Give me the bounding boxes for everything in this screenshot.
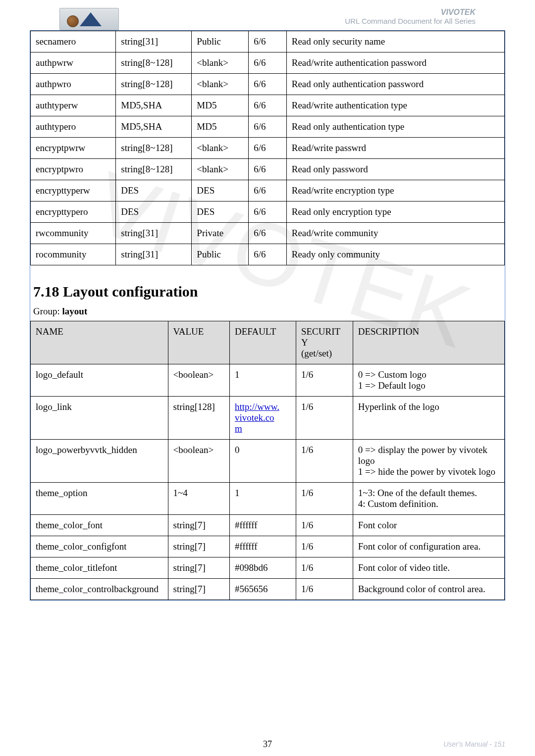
table-row: logo_linkstring[128]http://www.vivotek.c…: [31, 397, 505, 440]
table-row: authpwrwstring[8~128]<blank>6/6Read/writ…: [31, 52, 505, 74]
table-cell: Read only authentication password: [286, 74, 504, 95]
hyperlink[interactable]: vivotek.co: [235, 412, 274, 423]
cell-name: theme_color_controlbackground: [31, 579, 168, 600]
table-cell: Public: [192, 244, 249, 265]
cell-default: #098bd6: [229, 557, 296, 579]
table-cell: Read/write encryption type: [286, 180, 504, 202]
table-row: authtyperwMD5,SHAMD56/6Read/write authen…: [31, 95, 505, 116]
table-cell: Read only password: [286, 159, 504, 180]
cell-value: string[7]: [168, 579, 229, 600]
brand-name: VIVOTEK: [345, 8, 476, 17]
table-row: theme_color_titlefontstring[7]#098bd61/6…: [31, 557, 505, 579]
table-cell: Read only security name: [286, 31, 504, 52]
table-cell: 6/6: [249, 159, 287, 180]
table-cell: encryptpwro: [31, 159, 116, 180]
table-cell: rwcommunity: [31, 223, 116, 244]
table-cell: 6/6: [249, 116, 287, 138]
hyperlink[interactable]: http://www.: [235, 402, 279, 412]
cell-security: 1/6: [296, 364, 353, 397]
cell-description: Font color: [353, 515, 504, 536]
table-cell: Read only authentication type: [286, 116, 504, 138]
table-cell: Read/write community: [286, 223, 504, 244]
table-cell: Read/write authentication type: [286, 95, 504, 116]
cell-default: #ffffff: [229, 536, 296, 557]
cell-default: 1: [229, 364, 296, 397]
cell-security: 1/6: [296, 397, 353, 440]
table-row: secnamerostring[31]Public6/6Read only se…: [31, 31, 505, 52]
col-security: SECURITY(get/set): [296, 321, 353, 364]
table-row: rocommunitystring[31]Public6/6Ready only…: [31, 244, 505, 265]
cell-description: Font color of configuration area.: [353, 536, 504, 557]
manual-ref: User's Manual - 151: [443, 740, 505, 748]
table-cell: Read/write authentication password: [286, 52, 504, 74]
cell-default: 1: [229, 483, 296, 515]
col-value: VALUE: [168, 321, 229, 364]
table-row: rwcommunitystring[31]Private6/6Read/writ…: [31, 223, 505, 244]
cell-name: logo_link: [31, 397, 168, 440]
table-cell: 6/6: [249, 95, 287, 116]
cell-value: <boolean>: [168, 440, 229, 483]
params-table-2: NAME VALUE DEFAULT SECURITY(get/set) DES…: [30, 321, 505, 600]
cell-name: theme_color_font: [31, 515, 168, 536]
cell-value: <boolean>: [168, 364, 229, 397]
cell-name: theme_option: [31, 483, 168, 515]
cell-default: #ffffff: [229, 515, 296, 536]
table-cell: <blank>: [192, 52, 249, 74]
cell-name: theme_color_titlefont: [31, 557, 168, 579]
table-cell: DES: [192, 202, 249, 223]
cell-description: 0 => Custom logo1 => Default logo: [353, 364, 504, 397]
table-row: theme_option1~411/61~3: One of the defau…: [31, 483, 505, 515]
col-name: NAME: [31, 321, 168, 364]
cell-security: 1/6: [296, 579, 353, 600]
params-table-1: secnamerostring[31]Public6/6Read only se…: [30, 31, 505, 265]
cell-default: http://www.vivotek.com: [229, 397, 296, 440]
table-cell: <blank>: [192, 138, 249, 159]
brand-logo: [59, 8, 119, 30]
table-cell: DES: [192, 180, 249, 202]
group-name: layout: [62, 306, 88, 316]
table-cell: Read/write passwrd: [286, 138, 504, 159]
table-row: logo_powerbyvvtk_hidden<boolean>01/60 =>…: [31, 440, 505, 483]
cell-value: string[7]: [168, 536, 229, 557]
table-cell: 6/6: [249, 180, 287, 202]
section-heading: 7.18 Layout configuration: [33, 283, 502, 300]
table-cell: 6/6: [249, 74, 287, 95]
cell-default: #565656: [229, 579, 296, 600]
cell-name: logo_powerbyvvtk_hidden: [31, 440, 168, 483]
cell-default: 0: [229, 440, 296, 483]
table-cell: string[31]: [116, 223, 192, 244]
table-cell: Private: [192, 223, 249, 244]
col-default: DEFAULT: [229, 321, 296, 364]
table-cell: authtypero: [31, 116, 116, 138]
cell-description: Font color of video title.: [353, 557, 504, 579]
cell-description: 1~3: One of the default themes.4: Custom…: [353, 483, 504, 515]
table-row: encrypttyperoDESDES6/6Read only encrypti…: [31, 202, 505, 223]
table-row: authtyperoMD5,SHAMD56/6Read only authent…: [31, 116, 505, 138]
group-label: Group: layout: [33, 306, 502, 317]
table-row: encrypttyperwDESDES6/6Read/write encrypt…: [31, 180, 505, 202]
table-cell: 6/6: [249, 202, 287, 223]
table-cell: string[8~128]: [116, 159, 192, 180]
table-cell: 6/6: [249, 244, 287, 265]
hyperlink[interactable]: m: [235, 423, 242, 434]
cell-security: 1/6: [296, 557, 353, 579]
table-cell: string[31]: [116, 31, 192, 52]
table-row: authpwrostring[8~128]<blank>6/6Read only…: [31, 74, 505, 95]
table-cell: rocommunity: [31, 244, 116, 265]
cell-value: 1~4: [168, 483, 229, 515]
table-cell: authpwrw: [31, 52, 116, 74]
table-cell: <blank>: [192, 74, 249, 95]
table-row: encryptpwrwstring[8~128]<blank>6/6Read/w…: [31, 138, 505, 159]
doc-subtitle: URL Command Document for All Series: [345, 17, 476, 25]
table-cell: Public: [192, 31, 249, 52]
table-cell: MD5: [192, 95, 249, 116]
cell-value: string[7]: [168, 557, 229, 579]
cell-description: Background color of control area.: [353, 579, 504, 600]
table-row: logo_default<boolean>11/60 => Custom log…: [31, 364, 505, 397]
table-cell: DES: [116, 180, 192, 202]
table-cell: secnamero: [31, 31, 116, 52]
cell-value: string[7]: [168, 515, 229, 536]
table-cell: MD5,SHA: [116, 116, 192, 138]
cell-name: theme_color_configfont: [31, 536, 168, 557]
cell-description: 0 => display the power by vivotek logo1 …: [353, 440, 504, 483]
